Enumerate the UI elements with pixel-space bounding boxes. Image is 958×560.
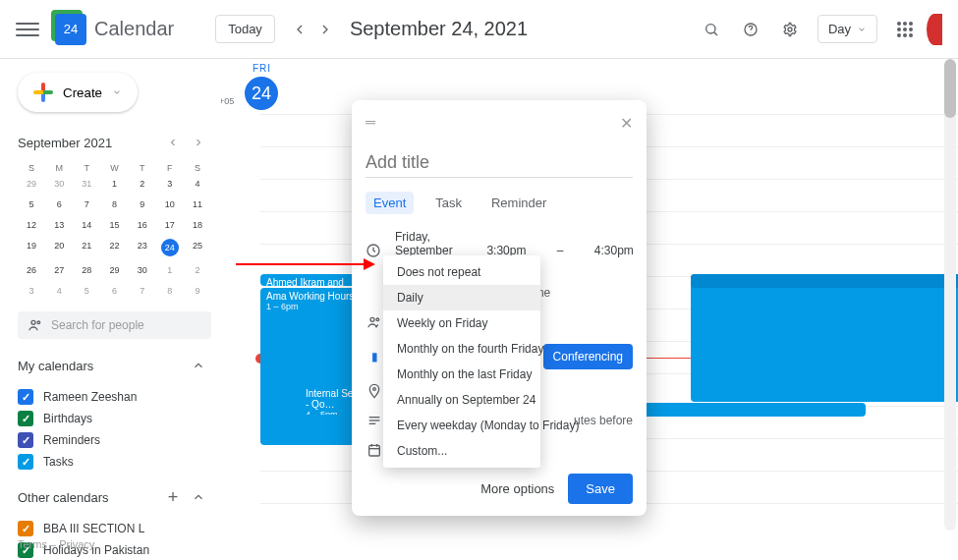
help-icon[interactable]	[739, 18, 762, 41]
recurrence-option[interactable]: Does not repeat	[383, 259, 540, 285]
mini-day[interactable]: 30	[45, 177, 73, 191]
location-icon	[366, 383, 383, 399]
mini-day[interactable]: 3	[156, 177, 184, 191]
add-other-calendar[interactable]: +	[160, 484, 186, 510]
mini-day[interactable]: 2	[184, 263, 211, 277]
calendar-checkbox[interactable]	[18, 432, 33, 448]
mini-day[interactable]: 26	[18, 263, 45, 277]
recurrence-option[interactable]: Annually on September 24	[383, 387, 540, 413]
mini-day[interactable]: 12	[18, 218, 45, 232]
mini-prev-month[interactable]	[160, 130, 186, 155]
mini-day[interactable]: 11	[184, 197, 211, 211]
scrollbar-thumb[interactable]	[944, 59, 956, 118]
more-options-button[interactable]: More options	[480, 481, 554, 496]
menu-icon[interactable]	[16, 18, 39, 41]
account-avatar[interactable]	[927, 14, 942, 45]
privacy-link[interactable]: Privacy	[59, 538, 94, 550]
mini-day[interactable]: 6	[100, 284, 128, 298]
recurrence-option[interactable]: Monthly on the last Friday	[383, 362, 540, 387]
mini-day[interactable]: 10	[156, 197, 184, 211]
mini-day[interactable]: 9	[129, 197, 156, 211]
today-button[interactable]: Today	[215, 15, 275, 43]
calendar-item[interactable]: Birthdays	[18, 408, 211, 429]
mini-next-month[interactable]	[186, 130, 211, 155]
mini-day[interactable]: 27	[45, 263, 73, 277]
settings-icon[interactable]	[778, 18, 802, 41]
calendar-event[interactable]	[691, 274, 958, 402]
dialog-close-button[interactable]: ✕	[620, 114, 633, 133]
recurrence-option[interactable]: Weekly on Friday	[383, 310, 540, 336]
tab-reminder[interactable]: Reminder	[483, 192, 554, 214]
mini-day[interactable]: 4	[45, 284, 73, 298]
calendar-event[interactable]	[691, 274, 958, 288]
mini-day[interactable]: 29	[100, 263, 128, 277]
mini-day[interactable]: 7	[129, 284, 156, 298]
calendar-item[interactable]: Tasks	[18, 451, 211, 473]
mini-day[interactable]: 17	[156, 218, 184, 232]
mini-day[interactable]: 6	[45, 197, 73, 211]
next-day-button[interactable]	[312, 17, 338, 42]
mini-day[interactable]: 4	[184, 177, 211, 191]
calendar-item[interactable]: BBA III SECTION L	[18, 518, 211, 539]
create-button[interactable]: Create	[18, 73, 138, 112]
annotation-arrow	[236, 263, 373, 265]
mini-day[interactable]: 9	[184, 284, 211, 298]
tab-task[interactable]: Task	[427, 192, 470, 214]
mini-day[interactable]: 7	[73, 197, 100, 211]
mini-day[interactable]: 8	[156, 284, 184, 298]
mini-day[interactable]: 22	[100, 239, 128, 256]
calendar-checkbox[interactable]	[18, 411, 33, 426]
recurrence-option[interactable]: Monthly on the fourth Friday	[383, 336, 540, 362]
mini-day[interactable]: 1	[156, 263, 184, 277]
calendar-item[interactable]: Reminders	[18, 429, 211, 451]
terms-link[interactable]: Terms	[18, 538, 47, 550]
svg-point-4	[788, 28, 792, 31]
mini-day[interactable]: 2	[129, 177, 156, 191]
search-people-input[interactable]: Search for people	[18, 311, 211, 339]
view-selector[interactable]: Day	[817, 15, 877, 43]
save-button[interactable]: Save	[568, 474, 633, 504]
calendar-checkbox[interactable]	[18, 454, 33, 470]
mini-day[interactable]: 23	[129, 239, 156, 256]
recurrence-option[interactable]: Daily	[383, 285, 540, 310]
mini-day[interactable]: 30	[129, 263, 156, 277]
mini-day[interactable]: 20	[45, 239, 73, 256]
sidebar: Create September 2021 SMTWTFS 2930311234…	[0, 59, 221, 560]
mini-day[interactable]: 29	[18, 177, 45, 191]
create-label: Create	[63, 85, 102, 100]
google-apps-icon[interactable]	[897, 22, 913, 37]
other-calendars-toggle[interactable]	[186, 484, 211, 510]
event-title-input[interactable]	[366, 148, 633, 178]
event-end-time[interactable]: 4:30pm	[594, 244, 634, 257]
mini-day[interactable]: 14	[73, 218, 100, 232]
calendar-checkbox[interactable]	[18, 389, 33, 405]
dialog-drag-handle[interactable]: ═	[366, 114, 377, 133]
my-calendars-toggle[interactable]	[186, 353, 211, 378]
mini-day[interactable]: 5	[73, 284, 100, 298]
mini-day[interactable]: 3	[18, 284, 45, 298]
prev-day-button[interactable]	[287, 17, 312, 42]
mini-day[interactable]: 13	[45, 218, 73, 232]
calendar-checkbox[interactable]	[18, 521, 33, 536]
search-icon[interactable]	[700, 18, 723, 41]
tab-event[interactable]: Event	[366, 192, 414, 214]
mini-day[interactable]: 31	[73, 177, 100, 191]
recurrence-option[interactable]: Custom...	[383, 438, 540, 464]
mini-day[interactable]: 16	[129, 218, 156, 232]
mini-day[interactable]: 28	[73, 263, 100, 277]
recurrence-option[interactable]: Every weekday (Monday to Friday)	[383, 413, 540, 438]
mini-day[interactable]: 19	[18, 239, 45, 256]
mini-day[interactable]: 15	[100, 218, 128, 232]
mini-day[interactable]: 5	[18, 197, 45, 211]
mini-day[interactable]: 1	[100, 177, 128, 191]
vertical-scrollbar[interactable]	[944, 59, 956, 531]
svg-point-6	[37, 321, 40, 324]
mini-day[interactable]: 25	[184, 239, 211, 256]
mini-day[interactable]: 24	[161, 239, 179, 256]
add-video-conferencing-button[interactable]: Conferencing	[543, 344, 633, 369]
mini-day[interactable]: 8	[100, 197, 128, 211]
calendar-item[interactable]: Rameen Zeeshan	[18, 386, 211, 408]
mini-day[interactable]: 18	[184, 218, 211, 232]
day-number-badge[interactable]: 24	[245, 77, 278, 110]
mini-day[interactable]: 21	[73, 239, 100, 256]
